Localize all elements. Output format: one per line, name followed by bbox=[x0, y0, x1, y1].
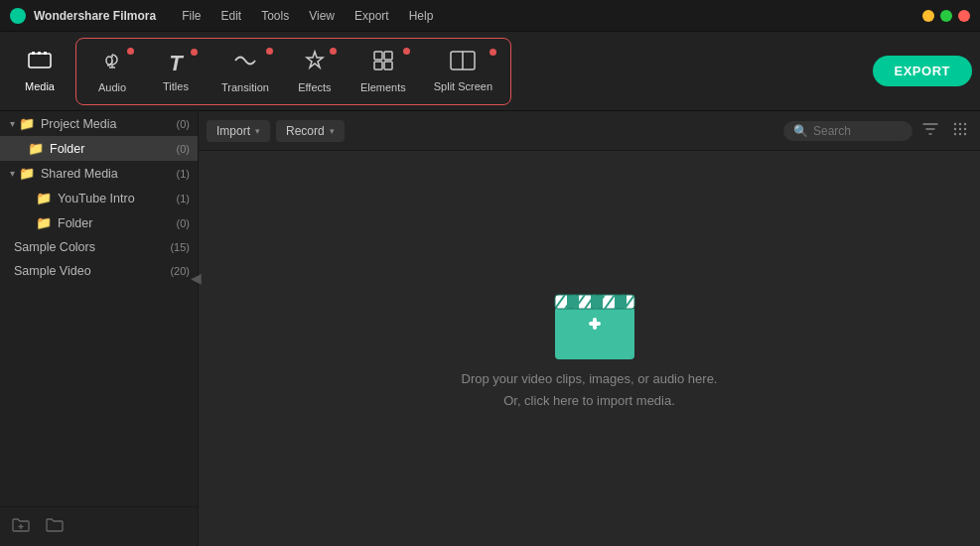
effects-label: Effects bbox=[298, 81, 331, 93]
toolbar-group: Audio T Titles Transition bbox=[75, 38, 511, 105]
svg-point-18 bbox=[959, 127, 961, 129]
title-bar: Wondershare Filmora File Edit Tools View… bbox=[0, 0, 980, 32]
toolbar-effects[interactable]: Effects bbox=[283, 42, 347, 101]
sample-colors-count: (15) bbox=[170, 241, 190, 253]
import-button[interactable]: Import ▾ bbox=[207, 120, 270, 142]
search-box[interactable]: 🔍 bbox=[783, 121, 912, 141]
folder-sub-icon: 📁 bbox=[36, 215, 52, 230]
search-icon: 🔍 bbox=[793, 124, 808, 138]
titles-label: Titles bbox=[163, 80, 189, 92]
youtube-intro-label: YouTube Intro bbox=[58, 192, 177, 205]
export-button[interactable]: EXPORT bbox=[873, 56, 972, 86]
sidebar-item-sample-video[interactable]: Sample Video (20) bbox=[0, 259, 198, 283]
sidebar: ▾ 📁 Project Media (0) 📁 Folder (0) ▾ 📁 S… bbox=[0, 111, 199, 546]
menu-help[interactable]: Help bbox=[401, 6, 442, 26]
project-media-label: Project Media bbox=[41, 117, 177, 131]
drop-zone[interactable]: Drop your video clips, images, or audio … bbox=[199, 151, 980, 546]
audio-label: Audio bbox=[98, 81, 126, 93]
titles-badge bbox=[191, 49, 198, 56]
toolbar: Media Audio T Titles bbox=[0, 32, 980, 111]
svg-point-19 bbox=[964, 127, 966, 129]
sidebar-item-youtube-intro[interactable]: 📁 YouTube Intro (1) bbox=[0, 186, 198, 210]
svg-rect-23 bbox=[555, 307, 634, 359]
record-button[interactable]: Record ▾ bbox=[276, 120, 345, 142]
grid-view-icon[interactable] bbox=[948, 117, 972, 145]
window-controls bbox=[922, 10, 970, 22]
sample-video-label: Sample Video bbox=[14, 264, 170, 278]
elements-badge bbox=[403, 48, 410, 55]
sidebar-collapse-arrow[interactable]: ◀ bbox=[191, 270, 202, 286]
add-folder-icon[interactable] bbox=[12, 517, 30, 537]
folder-sub-count: (0) bbox=[177, 217, 190, 229]
svg-rect-9 bbox=[384, 62, 392, 69]
sidebar-item-sample-colors[interactable]: Sample Colors (15) bbox=[0, 235, 198, 259]
folder-label: Folder bbox=[50, 142, 177, 156]
svg-rect-6 bbox=[374, 52, 382, 60]
main-area: ▾ 📁 Project Media (0) 📁 Folder (0) ▾ 📁 S… bbox=[0, 111, 980, 546]
toolbar-elements[interactable]: Elements bbox=[347, 42, 420, 101]
youtube-intro-folder-icon: 📁 bbox=[36, 191, 52, 205]
effects-badge bbox=[330, 48, 337, 55]
media-label: Media bbox=[25, 80, 55, 92]
import-arrow-icon: ▾ bbox=[255, 126, 260, 136]
new-folder-icon[interactable] bbox=[46, 517, 64, 537]
transition-label: Transition bbox=[221, 81, 269, 93]
shared-media-folder-icon: 📁 bbox=[19, 166, 35, 181]
svg-rect-8 bbox=[374, 62, 382, 69]
toolbar-transition[interactable]: Transition bbox=[208, 42, 283, 101]
project-media-count: (0) bbox=[177, 118, 190, 130]
svg-rect-2 bbox=[32, 52, 35, 55]
folder-sub-label: Folder bbox=[58, 216, 177, 230]
transition-badge bbox=[266, 48, 273, 55]
svg-point-22 bbox=[964, 132, 966, 134]
maximize-button[interactable] bbox=[940, 10, 952, 22]
split-screen-icon bbox=[450, 51, 476, 76]
sample-video-count: (20) bbox=[170, 265, 190, 277]
sidebar-item-folder-sub[interactable]: 📁 Folder (0) bbox=[0, 210, 198, 235]
toolbar-media[interactable]: Media bbox=[8, 43, 71, 100]
sidebar-item-shared-media[interactable]: ▾ 📁 Shared Media (1) bbox=[0, 161, 198, 186]
media-icon bbox=[28, 51, 52, 76]
youtube-intro-count: (1) bbox=[177, 193, 190, 205]
toolbar-split-screen[interactable]: Split Screen bbox=[420, 43, 506, 100]
filter-icon[interactable] bbox=[918, 118, 942, 144]
content-area: Import ▾ Record ▾ 🔍 bbox=[199, 111, 980, 546]
toolbar-audio[interactable]: Audio bbox=[80, 42, 144, 101]
menu-edit[interactable]: Edit bbox=[212, 6, 249, 26]
toolbar-titles[interactable]: T Titles bbox=[144, 43, 208, 100]
sidebar-content: ▾ 📁 Project Media (0) 📁 Folder (0) ▾ 📁 S… bbox=[0, 111, 198, 506]
sidebar-item-folder[interactable]: 📁 Folder (0) bbox=[0, 136, 198, 161]
svg-rect-25 bbox=[593, 318, 597, 330]
svg-point-17 bbox=[954, 127, 956, 129]
sample-colors-label: Sample Colors bbox=[14, 240, 170, 254]
search-input[interactable] bbox=[813, 124, 903, 138]
sidebar-item-project-media[interactable]: ▾ 📁 Project Media (0) bbox=[0, 111, 198, 136]
transition-icon bbox=[233, 50, 257, 77]
sidebar-footer bbox=[0, 506, 198, 546]
close-button[interactable] bbox=[958, 10, 970, 22]
menu-view[interactable]: View bbox=[301, 6, 343, 26]
menu-export[interactable]: Export bbox=[347, 6, 397, 26]
split-screen-label: Split Screen bbox=[434, 80, 492, 92]
svg-point-15 bbox=[959, 122, 961, 124]
record-arrow-icon: ▾ bbox=[330, 126, 335, 136]
menu-bar: File Edit Tools View Export Help bbox=[174, 6, 441, 26]
app-logo bbox=[10, 8, 26, 24]
menu-tools[interactable]: Tools bbox=[253, 6, 297, 26]
content-toolbar: Import ▾ Record ▾ 🔍 bbox=[199, 111, 980, 151]
svg-point-16 bbox=[964, 122, 966, 124]
svg-point-21 bbox=[959, 132, 961, 134]
svg-rect-4 bbox=[44, 52, 47, 55]
svg-rect-7 bbox=[384, 52, 392, 60]
clapper-board-icon bbox=[550, 285, 630, 354]
menu-file[interactable]: File bbox=[174, 6, 209, 26]
svg-point-14 bbox=[954, 122, 956, 124]
svg-point-0 bbox=[13, 11, 23, 21]
svg-rect-3 bbox=[38, 52, 41, 55]
project-media-folder-icon: 📁 bbox=[19, 116, 35, 131]
shared-media-count: (1) bbox=[177, 168, 190, 180]
effects-icon bbox=[304, 50, 326, 77]
drop-zone-text: Drop your video clips, images, or audio … bbox=[462, 368, 718, 412]
folder-count: (0) bbox=[177, 143, 190, 155]
minimize-button[interactable] bbox=[922, 10, 934, 22]
